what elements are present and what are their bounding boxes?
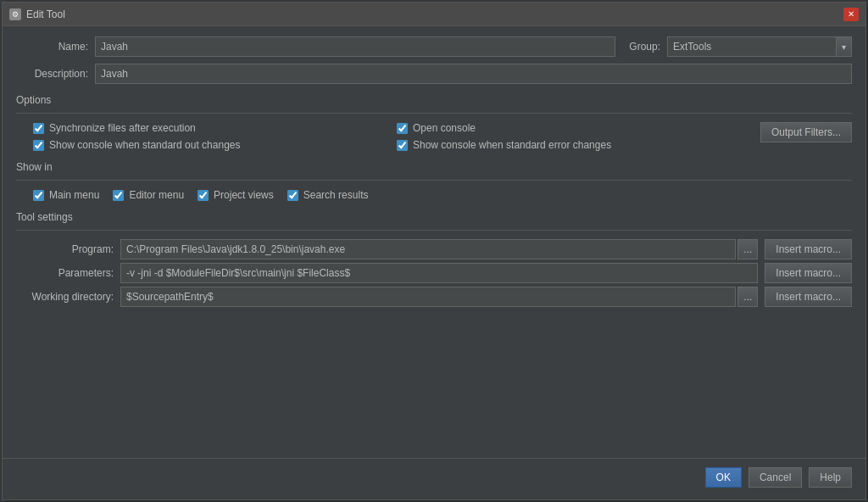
project-views-label: Project views [214, 189, 274, 201]
parameters-row: Parameters: Insert macro... [16, 263, 852, 283]
options-right: Open console Show console when standard … [397, 122, 754, 151]
options-body: Synchronize files after execution Show c… [16, 122, 852, 151]
dialog-icon: ⚙ [9, 8, 21, 20]
showin-section: Show in Main menu Editor menu Project vi… [16, 158, 852, 201]
help-button[interactable]: Help [809, 467, 852, 488]
working-dir-input-wrap: ... [120, 287, 758, 307]
search-results-row: Search results [287, 189, 369, 201]
toolsettings-label: Tool settings [16, 211, 852, 223]
show-console-out-row: Show console when standard out changes [33, 139, 390, 151]
editor-menu-row: Editor menu [113, 189, 184, 201]
working-dir-ellipsis-button[interactable]: ... [737, 287, 758, 307]
group-select-wrap: ExtTools ▾ [667, 36, 852, 57]
show-console-out-label: Show console when standard out changes [49, 139, 241, 151]
parameters-input[interactable] [120, 263, 758, 283]
main-menu-label: Main menu [49, 189, 99, 201]
description-input[interactable] [95, 64, 852, 84]
cancel-button[interactable]: Cancel [748, 467, 802, 488]
program-input[interactable] [120, 239, 736, 259]
search-results-label: Search results [303, 189, 369, 201]
options-divider [16, 113, 852, 114]
parameters-insert-macro-button[interactable]: Insert macro... [765, 263, 852, 283]
name-label: Name: [16, 41, 88, 53]
sync-files-checkbox[interactable] [33, 123, 44, 134]
description-label: Description: [16, 68, 88, 80]
main-menu-row: Main menu [33, 189, 99, 201]
title-bar-left: ⚙ Edit Tool [9, 8, 65, 20]
edit-tool-dialog: ⚙ Edit Tool ✕ Name: Group: ExtTools ▾ De… [2, 2, 866, 500]
project-views-row: Project views [198, 189, 274, 201]
sync-files-label: Synchronize files after execution [49, 122, 196, 134]
show-console-err-checkbox[interactable] [397, 140, 408, 151]
program-ellipsis-button[interactable]: ... [737, 239, 758, 259]
dialog-content: Name: Group: ExtTools ▾ Description: Opt… [3, 26, 865, 458]
working-dir-insert-macro-button[interactable]: Insert macro... [765, 287, 852, 307]
program-insert-macro-button[interactable]: Insert macro... [765, 239, 852, 259]
project-views-checkbox[interactable] [198, 190, 209, 201]
search-results-checkbox[interactable] [287, 190, 298, 201]
open-console-label: Open console [413, 122, 476, 134]
options-section-label: Options [16, 94, 852, 106]
dialog-buttons: OK Cancel Help [3, 458, 865, 499]
group-dropdown-arrow[interactable]: ▾ [837, 36, 852, 57]
show-console-err-row: Show console when standard error changes [397, 139, 754, 151]
program-label: Program: [16, 243, 114, 255]
options-section: Options Synchronize files after executio… [16, 91, 852, 151]
show-console-out-checkbox[interactable] [33, 140, 44, 151]
program-input-wrap: ... [120, 239, 758, 259]
toolsettings-section: Tool settings Program: ... Insert macro.… [16, 208, 852, 307]
working-dir-input[interactable] [120, 287, 736, 307]
name-row: Name: Group: ExtTools ▾ [16, 36, 852, 57]
program-row: Program: ... Insert macro... [16, 239, 852, 259]
name-input[interactable] [95, 36, 615, 57]
working-dir-row: Working directory: ... Insert macro... [16, 287, 852, 307]
show-console-err-label: Show console when standard error changes [413, 139, 611, 151]
group-value: ExtTools [667, 36, 837, 57]
options-btn-col: Output Filters... [760, 122, 852, 142]
title-bar: ⚙ Edit Tool ✕ [3, 3, 865, 26]
ok-button[interactable]: OK [705, 467, 742, 488]
parameters-label: Parameters: [16, 267, 114, 279]
dialog-title: Edit Tool [26, 8, 65, 20]
output-filters-button[interactable]: Output Filters... [760, 122, 852, 142]
showin-divider [16, 180, 852, 181]
main-menu-checkbox[interactable] [33, 190, 44, 201]
toolsettings-divider [16, 230, 852, 231]
editor-menu-label: Editor menu [129, 189, 184, 201]
sync-files-row: Synchronize files after execution [33, 122, 390, 134]
group-label: Group: [622, 41, 660, 53]
open-console-row: Open console [397, 122, 754, 134]
description-row: Description: [16, 64, 852, 84]
close-button[interactable]: ✕ [843, 8, 859, 21]
showin-label: Show in [16, 161, 852, 173]
working-dir-label: Working directory: [16, 291, 114, 303]
open-console-checkbox[interactable] [397, 123, 408, 134]
showin-checkboxes: Main menu Editor menu Project views Sear… [16, 189, 852, 201]
options-left: Synchronize files after execution Show c… [33, 122, 390, 151]
editor-menu-checkbox[interactable] [113, 190, 124, 201]
